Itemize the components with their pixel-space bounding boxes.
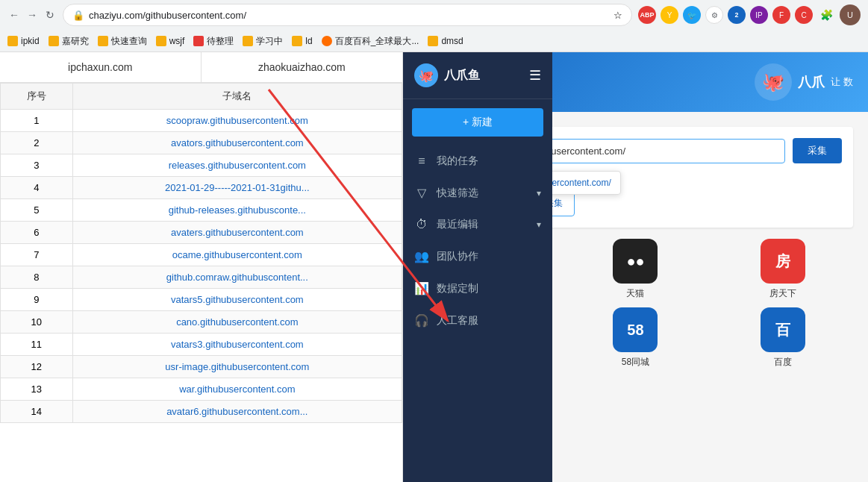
row-domain[interactable]: cano.githubusercontent.com (72, 311, 402, 334)
row-num: 14 (1, 401, 73, 423)
menu-item-label: 人工客服 (437, 314, 478, 328)
extension-icon-4[interactable]: ⚙ (705, 6, 723, 24)
row-num: 2 (1, 132, 73, 154)
menu-item-label: 最近编辑 (437, 218, 478, 231)
browser-action-icons: ABP Y 🐦 ⚙ 2 IP F C 🧩 U (638, 4, 861, 25)
website-icon-item[interactable]: ●● 天猫 (566, 239, 706, 300)
bookmark-quick-query[interactable]: 快速查询 (98, 35, 147, 48)
bookmark-learning[interactable]: 学习中 (243, 35, 283, 48)
row-domain[interactable]: avatar6.githubusercontent.com... (72, 401, 402, 423)
octopus-figure: 🐙 (755, 63, 792, 101)
menu-item-label: 团队协作 (437, 250, 478, 263)
extension-icon-1[interactable]: ABP (638, 6, 656, 24)
browser-chrome: ← → ↻ 🔒 chaziyu.com/githubusercontent.co… (0, 0, 868, 52)
sidebar-menu-item[interactable]: ⏱ 最近编辑 ▾ (403, 209, 552, 240)
menu-toggle-icon[interactable]: ☰ (529, 67, 541, 84)
col-domain: 子域名 (72, 84, 402, 110)
table-container: 序号 子域名 1scoopraw.githubusercontent.com2a… (0, 83, 402, 423)
address-bar[interactable]: 🔒 chaziyu.com/githubusercontent.com/ ☆ (63, 4, 632, 26)
row-num: 4 (1, 177, 73, 199)
row-domain[interactable]: ocame.githubusercontent.com (72, 244, 402, 266)
extension-icon-8[interactable]: 🧩 (817, 6, 835, 24)
table-row: 42021-01-29-----2021-01-31githu... (1, 177, 402, 199)
forward-icon[interactable]: → (25, 8, 39, 22)
folder-icon (243, 36, 253, 46)
sidebar-menu-item[interactable]: 🎧 人工客服 (403, 304, 552, 337)
menu-item-icon: ▽ (414, 186, 429, 200)
website-icon-item[interactable]: 房 房天下 (713, 239, 853, 300)
row-num: 5 (1, 199, 73, 222)
bookmark-pending[interactable]: 待整理 (193, 35, 234, 48)
sidebar-overlay: 🐙 八爪鱼 ☰ + 新建 ≡ 我的任务 ▽ 快速筛选 ▾⏱ 最近编辑 ▾👥 团队… (403, 52, 552, 482)
website-label: 百度 (774, 356, 792, 369)
star-icon[interactable]: ☆ (613, 10, 622, 21)
extension-icon-5[interactable]: IP (750, 6, 768, 24)
row-domain[interactable]: scoopraw.githubusercontent.com (72, 110, 402, 132)
bookmark-wsjf[interactable]: wsjf (156, 36, 185, 46)
browser-nav-icons: ← → ↻ (7, 8, 57, 22)
folder-icon (49, 36, 59, 46)
menu-item-label: 我的任务 (437, 154, 478, 168)
row-num: 10 (1, 311, 73, 334)
sidebar-menu-item[interactable]: 👥 团队协作 (403, 240, 552, 272)
header-zhaokuaizhao: zhaokuaizhao.com (202, 52, 403, 82)
profile-avatar[interactable]: U (840, 4, 861, 25)
menu-item-label: 数据定制 (437, 282, 478, 295)
row-domain[interactable]: war.githubusercontent.com (72, 378, 402, 401)
extension-icon-2[interactable]: Y (661, 6, 678, 24)
header-ipchaxun: ipchaxun.com (0, 52, 202, 82)
sidebar-menu-item[interactable]: ▽ 快速筛选 ▾ (403, 177, 552, 209)
table-row: 12usr-image.githubusercontent.com (1, 356, 402, 378)
website-icon: 58 (613, 307, 658, 352)
table-row: 14avatar6.githubusercontent.com... (1, 401, 402, 423)
panel-header: ipchaxun.com zhaokuaizhao.com (0, 52, 402, 83)
website-label: 房天下 (769, 287, 796, 300)
sidebar-menu-item[interactable]: ≡ 我的任务 (403, 145, 552, 177)
domain-table: 序号 子域名 1scoopraw.githubusercontent.com2a… (0, 83, 402, 423)
website-icon: 房 (761, 239, 805, 284)
new-button[interactable]: + 新建 (412, 108, 543, 137)
menu-item-icon: 🎧 (414, 313, 429, 328)
bookmark-ld[interactable]: ld (292, 36, 312, 46)
extension-icon-3[interactable]: 🐦 (683, 6, 701, 24)
row-domain[interactable]: releases.githubusercontent.com (72, 154, 402, 177)
logo-text: 八爪鱼 (444, 68, 480, 84)
menu-item-icon: ≡ (414, 154, 429, 168)
table-row: 6avaters.githubusercontent.com (1, 222, 402, 244)
row-domain[interactable]: vatars5.githubusercontent.com (72, 289, 402, 311)
site-tagline: 让 数 (831, 75, 853, 89)
row-domain[interactable]: avaters.githubusercontent.com (72, 222, 402, 244)
back-icon[interactable]: ← (7, 8, 21, 22)
row-num: 7 (1, 244, 73, 266)
search-button[interactable]: 采集 (793, 138, 842, 163)
row-domain[interactable]: vatars3.githubusercontent.com (72, 334, 402, 356)
row-num: 8 (1, 266, 73, 289)
website-icon-item[interactable]: 百 百度 (713, 307, 853, 369)
table-row: 8github.comraw.githubuscontent... (1, 266, 402, 289)
row-domain[interactable]: avators.githubusercontent.com (72, 132, 402, 154)
chevron-down-icon: ▾ (537, 188, 541, 198)
reload-icon[interactable]: ↻ (43, 8, 57, 22)
bookmark-baidu[interactable]: 百度百科_全球最大... (322, 35, 419, 48)
extension-icon-6[interactable]: F (772, 6, 790, 24)
row-domain[interactable]: github-releases.githubusconte... (72, 199, 402, 222)
row-domain[interactable]: github.comraw.githubuscontent... (72, 266, 402, 289)
folder-icon (98, 36, 108, 46)
bookmark-dmsd[interactable]: dmsd (428, 36, 463, 46)
custom-icon (322, 36, 332, 46)
bookmark-ipkid[interactable]: ipkid (7, 36, 40, 46)
website-label: 58同城 (622, 356, 649, 369)
website-icon-item[interactable]: 58 58同城 (566, 307, 706, 369)
extension-badge[interactable]: 2 (728, 6, 746, 24)
main-content: ipchaxun.com zhaokuaizhao.com 序号 子域名 1sc… (0, 52, 868, 482)
sidebar-menu-item[interactable]: 📊 数据定制 (403, 272, 552, 304)
row-domain[interactable]: usr-image.githubusercontent.com (72, 356, 402, 378)
table-row: 3releases.githubusercontent.com (1, 154, 402, 177)
row-num: 9 (1, 289, 73, 311)
bookmark-jia-research[interactable]: 嘉研究 (49, 35, 89, 48)
website-label: 天猫 (626, 287, 644, 300)
folder-icon (292, 36, 302, 46)
extension-icon-7[interactable]: C (795, 6, 813, 24)
table-row: 10cano.githubusercontent.com (1, 311, 402, 334)
row-domain[interactable]: 2021-01-29-----2021-01-31githu... (72, 177, 402, 199)
